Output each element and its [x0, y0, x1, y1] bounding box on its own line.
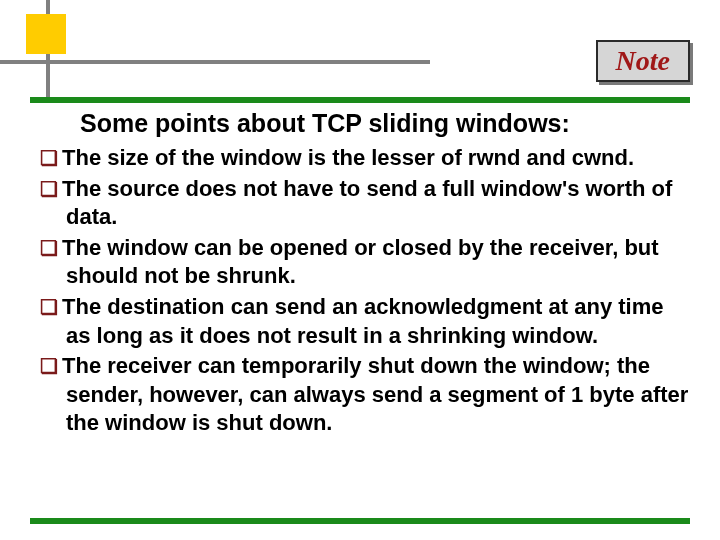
slide: Note Some points about TCP sliding windo… — [0, 0, 720, 540]
bullet-text: The receiver can temporarily shut down t… — [62, 353, 688, 435]
bullet-text: The source does not have to send a full … — [62, 176, 672, 230]
bullet-text: The size of the window is the lesser of … — [62, 145, 634, 170]
bullet-icon: ❏ — [40, 145, 58, 171]
bullet-icon: ❏ — [40, 235, 58, 261]
decor-horizontal-line — [0, 60, 430, 64]
list-item: ❏The receiver can temporarily shut down … — [40, 352, 690, 438]
bullet-text: The destination can send an acknowledgme… — [62, 294, 663, 348]
content-area: Some points about TCP sliding windows: ❏… — [30, 97, 690, 524]
decor-square — [26, 14, 66, 54]
bullet-text: The window can be opened or closed by th… — [62, 235, 659, 289]
bullet-icon: ❏ — [40, 176, 58, 202]
list-item: ❏The window can be opened or closed by t… — [40, 234, 690, 291]
note-callout: Note — [596, 40, 690, 82]
list-item: ❏The size of the window is the lesser of… — [40, 144, 690, 173]
slide-heading: Some points about TCP sliding windows: — [80, 109, 690, 138]
list-item: ❏The destination can send an acknowledgm… — [40, 293, 690, 350]
note-label: Note — [616, 45, 670, 76]
bullet-icon: ❏ — [40, 353, 58, 379]
list-item: ❏The source does not have to send a full… — [40, 175, 690, 232]
bullet-icon: ❏ — [40, 294, 58, 320]
bullet-list: ❏The size of the window is the lesser of… — [30, 144, 690, 438]
